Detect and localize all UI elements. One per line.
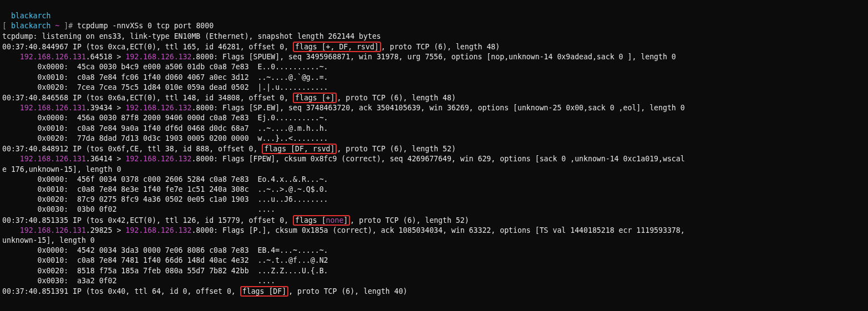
packet-2-ip: 00:37:40.848912 IP (tos 0x6f,CE, ttl 38,…: [2, 145, 456, 153]
packet-1-tcp: 192.168.126.131.39434 > 192.168.126.132.…: [2, 104, 685, 112]
packet-3-hex0: 0x0000: 4542 0034 3da3 0000 7e06 8086 c0…: [2, 246, 328, 254]
packet-0-tcp: 192.168.126.131.64518 > 192.168.126.132.…: [2, 53, 676, 61]
line-prev-prompt: blackarch: [2, 12, 50, 20]
packet-0-ip: 00:37:40.844967 IP (tos 0xca,ECT(0), ttl…: [2, 43, 500, 51]
packet-3-tcp-a: 192.168.126.131.29825 > 192.168.126.132.…: [2, 226, 685, 234]
flags-box-2: flags [DF, rsvd]: [262, 144, 337, 154]
packet-3-hex1: 0x0010: c0a8 7e84 7481 1f40 66d6 148d 40…: [2, 256, 328, 264]
packet-3-ip: 00:37:40.851335 IP (tos 0x42,ECT(0), ttl…: [2, 216, 469, 225]
prev-host-fragment: blackarch: [2, 12, 50, 20]
flags-box-0: flags [+, DF, rsvd]: [293, 42, 381, 52]
packet-3-tcp-b: unknown-15], length 0: [2, 236, 95, 244]
terminal-output: blackarch [ blackarch ~ ]# tcpdump -nnvX…: [0, 0, 868, 298]
packet-4-ip: 00:37:40.851391 IP (tos 0x40, ttl 64, id…: [2, 287, 408, 295]
packet-2-hex3: 0x0030: 03b0 0f02 ....: [2, 205, 275, 213]
packet-2-tcp-a: 192.168.126.131.36414 > 192.168.126.132.…: [2, 155, 685, 163]
line-prompt: [ blackarch ~ ]# tcpdump -nnvXSs 0 tcp p…: [2, 22, 214, 30]
flags-box-3: flags [none]: [293, 215, 350, 226]
packet-2-hex1: 0x0010: c0a8 7e84 8e3e 1f40 fe7e 1c51 24…: [2, 185, 328, 193]
flags-box-1: flags [+]: [293, 93, 337, 103]
packet-2-hex0: 0x0000: 456f 0034 0378 c000 2606 5284 c0…: [2, 175, 328, 183]
packet-2-tcp-b: e 176,unknown-15], length 0: [2, 165, 121, 174]
prompt-host: blackarch: [11, 22, 50, 30]
packet-1-hex0: 0x0000: 456a 0030 87f8 2000 9406 000d c0…: [2, 114, 328, 122]
packet-3-hex3: 0x0030: a3a2 0f02 ....: [2, 277, 275, 285]
packet-1-ip: 00:37:40.846568 IP (tos 0x6a,ECT(0), ttl…: [2, 94, 456, 102]
line-listening: tcpdump: listening on ens33, link-type E…: [2, 32, 381, 40]
packet-3-hex2: 0x0020: 8518 f75a 185a 7feb 080a 55d7 7b…: [2, 267, 328, 275]
packet-0-hex0: 0x0000: 45ca 0030 b4c9 e000 a506 01db c0…: [2, 63, 328, 71]
packet-0-hex1: 0x0010: c0a8 7e84 fc06 1f40 d060 4067 a0…: [2, 73, 328, 81]
flags-box-4: flags [DF]: [240, 286, 288, 297]
entered-command: tcpdump -nnvXSs 0 tcp port 8000: [77, 22, 214, 30]
packet-0-hex2: 0x0020: 7cea 7cea 75c5 1d84 010e 059a de…: [2, 83, 328, 91]
packet-1-hex1: 0x0010: c0a8 7e84 9a0a 1f40 df6d 0468 d0…: [2, 124, 328, 132]
packet-1-hex2: 0x0020: 77da 8dad 7d13 0d3c 1903 0005 02…: [2, 134, 328, 142]
packet-2-hex2: 0x0020: 87c9 0275 8fc9 4a36 0502 0e05 c1…: [2, 195, 328, 203]
